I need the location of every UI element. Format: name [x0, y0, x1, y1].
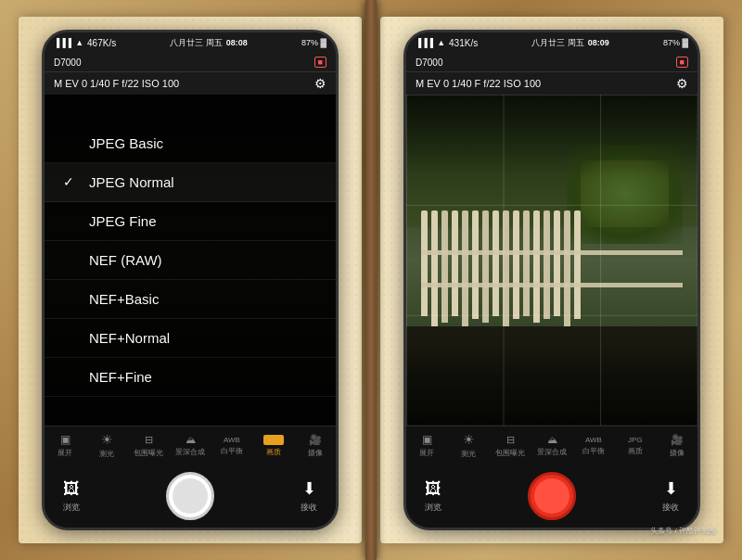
- right-camera-settings: M EV 0 1/40 F f/22 ISO 100: [416, 78, 541, 89]
- right-tab-expand-icon: ▣: [422, 433, 432, 446]
- right-tab-quality-icon: JPG: [628, 436, 643, 444]
- right-tab-quality[interactable]: JPG 画质: [614, 434, 656, 458]
- right-tab-expand[interactable]: ▣ 展开: [406, 431, 448, 460]
- left-tab-metering[interactable]: ☀ 测光: [86, 430, 128, 461]
- left-tab-quality-icon: JPG: [263, 435, 284, 445]
- right-tab-dof-icon: ⛰: [547, 434, 557, 445]
- left-tab-wb[interactable]: AWB 白平衡: [211, 434, 252, 458]
- right-tab-bracket-label: 包围曝光: [495, 448, 525, 458]
- checkmark-jpeg-basic: [63, 135, 78, 150]
- left-tab-expand[interactable]: ▣ 展开: [45, 431, 86, 460]
- right-receive-button[interactable]: ⬇ 接收: [662, 478, 679, 514]
- right-viewfinder: [406, 95, 697, 426]
- left-tab-metering-label: 测光: [99, 449, 114, 459]
- right-signal-icon: ▐▐▐: [416, 38, 433, 47]
- right-tab-dof-label: 景深合成: [537, 447, 567, 457]
- menu-item-jpeg-fine[interactable]: JPEG Fine: [45, 202, 336, 241]
- left-browse-label: 浏览: [63, 502, 80, 514]
- left-browse-icon: 🖼: [63, 479, 80, 499]
- left-speed: 467K/s: [87, 38, 116, 48]
- right-tab-wb-icon: AWB: [585, 436, 602, 444]
- right-wifi-icon: ▲: [437, 38, 445, 47]
- menu-label-nef-fine: NEF+Fine: [89, 369, 152, 385]
- right-status-left: ▐▐▐ ▲ 431K/s: [416, 38, 478, 48]
- right-bottom-actions: 🖼 浏览 ⬇ 接收: [406, 465, 697, 528]
- left-bottom-tabs: ▣ 展开 ☀ 测光 ⊟ 包围曝光 ⛰ 景深合成 AWB 白平衡 JPG 画质: [45, 426, 336, 465]
- menu-item-jpeg-basic[interactable]: JPEG Basic: [45, 124, 336, 163]
- left-tab-quality[interactable]: JPG 画质: [252, 433, 294, 459]
- right-tab-wb-label: 白平衡: [582, 446, 605, 456]
- right-camera-model: D7000: [416, 57, 442, 68]
- right-tab-bracket[interactable]: ⊟ 包围曝光: [490, 432, 531, 460]
- right-tab-video[interactable]: 🎥 摄像: [656, 432, 697, 460]
- right-browse-label: 浏览: [425, 502, 441, 514]
- checkmark-nef-fine: [63, 369, 78, 384]
- left-receive-button[interactable]: ⬇ 接收: [301, 478, 317, 514]
- left-tab-wb-label: 白平衡: [221, 446, 243, 456]
- left-signal-icon: ▐▐▐: [54, 38, 71, 47]
- right-browse-icon: 🖼: [425, 479, 441, 499]
- right-tab-video-label: 摄像: [670, 448, 684, 458]
- right-status-center: 八月廿三 周五 08:09: [531, 37, 609, 49]
- left-wifi-icon: ▲: [75, 38, 83, 47]
- left-phone: ▐▐▐ ▲ 467K/s 八月廿三 周五 08:08 87% ▓ D7000 ■…: [42, 30, 339, 530]
- right-tab-wb[interactable]: AWB 白平衡: [572, 434, 614, 458]
- right-date: 八月廿三 周五: [531, 37, 584, 49]
- left-tab-metering-icon: ☀: [101, 432, 113, 447]
- left-status-bar: ▐▐▐ ▲ 467K/s 八月廿三 周五 08:08 87% ▓: [45, 32, 336, 53]
- menu-item-jpeg-normal[interactable]: ✓ JPEG Normal: [45, 163, 336, 202]
- right-tab-expand-label: 展开: [419, 448, 434, 458]
- left-tab-video-icon: 🎥: [309, 434, 322, 446]
- right-bottom-tabs: ▣ 展开 ☀ 测光 ⊟ 包围曝光 ⛰ 景深合成 AWB 白平衡 JPG 画质: [406, 426, 697, 465]
- left-tab-expand-icon: ▣: [60, 433, 70, 446]
- left-time: 08:08: [226, 38, 248, 47]
- menu-label-jpeg-normal: JPEG Normal: [89, 174, 174, 190]
- left-bottom-actions: 🖼 浏览 ⬇ 接收: [45, 465, 336, 528]
- left-status-right: 87% ▓: [301, 38, 326, 47]
- left-tab-bracket-icon: ⊟: [145, 434, 153, 446]
- left-tab-dof-label: 景深合成: [175, 447, 205, 457]
- left-tab-video[interactable]: 🎥 摄像: [294, 432, 336, 460]
- right-battery-icon: ▓: [682, 38, 688, 47]
- left-tab-bracket[interactable]: ⊟ 包围曝光: [128, 432, 170, 460]
- right-tab-video-icon: 🎥: [671, 434, 684, 446]
- right-tab-metering[interactable]: ☀ 测光: [448, 430, 490, 461]
- left-status-center: 八月廿三 周五 08:08: [170, 37, 248, 49]
- right-gear-icon[interactable]: ⚙: [676, 76, 688, 91]
- right-battery-pct: 87%: [663, 38, 680, 47]
- left-shutter-button[interactable]: [166, 472, 214, 520]
- checkmark-jpeg-normal: ✓: [63, 174, 78, 189]
- right-shutter-button[interactable]: [528, 472, 576, 520]
- left-tab-video-label: 摄像: [308, 448, 323, 458]
- checkmark-nef-basic: [63, 291, 78, 306]
- menu-item-nef-normal[interactable]: NEF+Normal: [45, 319, 336, 358]
- right-status-bar: ▐▐▐ ▲ 431K/s 八月廿三 周五 08:09 87% ▓: [406, 32, 697, 53]
- menu-item-nef-basic[interactable]: NEF+Basic: [45, 280, 336, 319]
- right-tab-metering-label: 测光: [461, 449, 476, 459]
- menu-item-nef-fine[interactable]: NEF+Fine: [45, 358, 336, 397]
- right-receive-icon: ⬇: [664, 478, 678, 499]
- left-date: 八月廿三 周五: [170, 37, 223, 49]
- menu-label-nef-basic: NEF+Basic: [89, 291, 159, 307]
- right-status-right: 87% ▓: [663, 38, 688, 47]
- right-time: 08:09: [588, 38, 609, 47]
- right-tab-dof[interactable]: ⛰ 景深合成: [531, 432, 573, 459]
- right-camera-header: D7000 ■: [406, 53, 697, 72]
- left-tab-wb-icon: AWB: [224, 436, 240, 444]
- left-tab-bracket-label: 包围曝光: [134, 448, 163, 458]
- checkmark-nef-normal: [63, 330, 78, 345]
- checkmark-jpeg-fine: [63, 213, 78, 228]
- left-battery-icon: ▓: [320, 38, 326, 47]
- left-shutter-inner: [173, 478, 208, 514]
- left-camera-header: D7000 ■: [45, 53, 336, 72]
- menu-label-jpeg-fine: JPEG Fine: [89, 213, 157, 229]
- left-tab-expand-label: 展开: [58, 448, 72, 458]
- checkmark-nef-raw: [63, 252, 78, 267]
- left-tab-dof[interactable]: ⛰ 景深合成: [170, 432, 211, 459]
- left-gear-icon[interactable]: ⚙: [314, 76, 326, 91]
- left-browse-button[interactable]: 🖼 浏览: [63, 479, 80, 514]
- right-shutter-inner: [534, 478, 569, 514]
- menu-item-nef-raw[interactable]: NEF (RAW): [45, 241, 336, 280]
- right-browse-button[interactable]: 🖼 浏览: [425, 479, 441, 514]
- right-settings-bar: M EV 0 1/40 F f/22 ISO 100 ⚙: [406, 72, 697, 95]
